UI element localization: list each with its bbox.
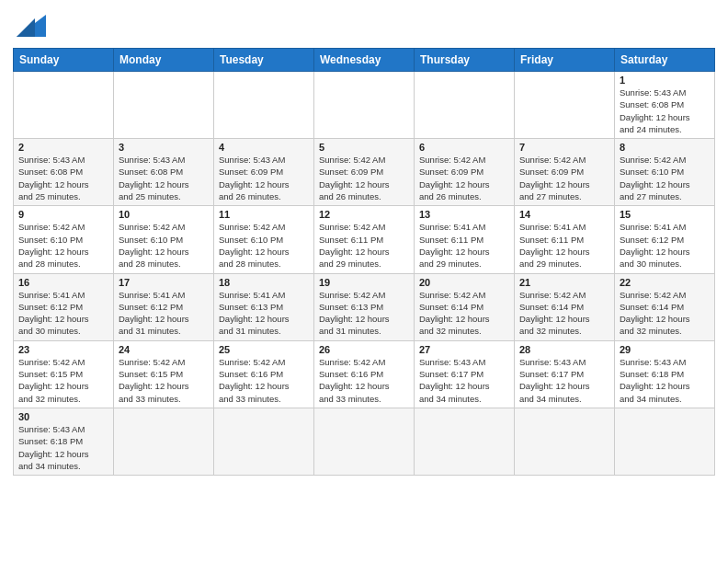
day-info: Sunrise: 5:43 AM Sunset: 6:09 PM Dayligh… <box>219 154 309 202</box>
calendar-cell: 2Sunrise: 5:43 AM Sunset: 6:08 PM Daylig… <box>14 139 114 206</box>
day-info: Sunrise: 5:41 AM Sunset: 6:13 PM Dayligh… <box>219 289 309 338</box>
day-info: Sunrise: 5:42 AM Sunset: 6:09 PM Dayligh… <box>419 154 509 202</box>
day-number: 26 <box>319 344 409 355</box>
calendar-cell: 24Sunrise: 5:42 AM Sunset: 6:15 PM Dayli… <box>114 340 214 408</box>
day-info: Sunrise: 5:41 AM Sunset: 6:11 PM Dayligh… <box>519 221 609 270</box>
calendar-cell: 20Sunrise: 5:42 AM Sunset: 6:14 PM Dayli… <box>415 273 515 340</box>
day-number: 14 <box>519 209 609 220</box>
calendar-cell: 10Sunrise: 5:42 AM Sunset: 6:10 PM Dayli… <box>114 206 214 273</box>
header <box>13 9 715 42</box>
day-number: 18 <box>219 277 309 288</box>
calendar-cell: 25Sunrise: 5:42 AM Sunset: 6:16 PM Dayli… <box>214 340 314 408</box>
day-number: 13 <box>419 209 509 220</box>
week-row-5: 30Sunrise: 5:43 AM Sunset: 6:18 PM Dayli… <box>14 408 715 475</box>
day-number: 3 <box>119 142 209 153</box>
day-number: 5 <box>319 142 409 153</box>
svg-marker-1 <box>17 18 35 37</box>
page: SundayMondayTuesdayWednesdayThursdayFrid… <box>0 0 728 563</box>
day-info: Sunrise: 5:41 AM Sunset: 6:12 PM Dayligh… <box>18 289 108 338</box>
day-number: 27 <box>419 344 509 355</box>
day-info: Sunrise: 5:43 AM Sunset: 6:17 PM Dayligh… <box>419 356 509 405</box>
day-number: 29 <box>620 344 710 355</box>
day-number: 24 <box>119 344 209 355</box>
calendar-cell: 5Sunrise: 5:42 AM Sunset: 6:09 PM Daylig… <box>314 139 415 206</box>
day-info: Sunrise: 5:42 AM Sunset: 6:14 PM Dayligh… <box>519 289 609 338</box>
weekday-header-tuesday: Tuesday <box>214 49 314 72</box>
weekday-header-friday: Friday <box>515 49 615 72</box>
weekday-header-saturday: Saturday <box>615 49 715 72</box>
weekday-header-row: SundayMondayTuesdayWednesdayThursdayFrid… <box>14 49 715 72</box>
calendar-cell <box>214 408 314 475</box>
day-info: Sunrise: 5:42 AM Sunset: 6:09 PM Dayligh… <box>519 154 609 202</box>
day-number: 1 <box>620 75 710 86</box>
calendar-cell <box>14 72 114 139</box>
calendar-cell <box>214 72 314 139</box>
calendar-cell: 26Sunrise: 5:42 AM Sunset: 6:16 PM Dayli… <box>314 340 415 408</box>
calendar-cell <box>615 408 715 475</box>
day-info: Sunrise: 5:42 AM Sunset: 6:15 PM Dayligh… <box>119 356 209 405</box>
calendar-cell: 27Sunrise: 5:43 AM Sunset: 6:17 PM Dayli… <box>415 340 515 408</box>
calendar-cell: 16Sunrise: 5:41 AM Sunset: 6:12 PM Dayli… <box>14 273 114 340</box>
day-number: 7 <box>519 142 609 153</box>
day-number: 30 <box>18 411 108 422</box>
day-number: 19 <box>319 277 409 288</box>
day-info: Sunrise: 5:42 AM Sunset: 6:15 PM Dayligh… <box>18 356 108 405</box>
day-number: 12 <box>319 209 409 220</box>
calendar-cell: 7Sunrise: 5:42 AM Sunset: 6:09 PM Daylig… <box>515 139 615 206</box>
week-row-1: 2Sunrise: 5:43 AM Sunset: 6:08 PM Daylig… <box>14 139 715 206</box>
day-number: 9 <box>18 209 108 220</box>
calendar-cell: 18Sunrise: 5:41 AM Sunset: 6:13 PM Dayli… <box>214 273 314 340</box>
calendar-cell: 8Sunrise: 5:42 AM Sunset: 6:10 PM Daylig… <box>615 139 715 206</box>
day-info: Sunrise: 5:42 AM Sunset: 6:16 PM Dayligh… <box>319 356 409 405</box>
week-row-0: 1Sunrise: 5:43 AM Sunset: 6:08 PM Daylig… <box>14 72 715 139</box>
day-info: Sunrise: 5:41 AM Sunset: 6:12 PM Dayligh… <box>620 221 710 270</box>
calendar-cell <box>515 72 615 139</box>
calendar-cell: 15Sunrise: 5:41 AM Sunset: 6:12 PM Dayli… <box>615 206 715 273</box>
calendar-cell <box>114 408 214 475</box>
day-info: Sunrise: 5:43 AM Sunset: 6:18 PM Dayligh… <box>620 356 710 405</box>
week-row-3: 16Sunrise: 5:41 AM Sunset: 6:12 PM Dayli… <box>14 273 715 340</box>
day-number: 21 <box>519 277 609 288</box>
day-info: Sunrise: 5:42 AM Sunset: 6:10 PM Dayligh… <box>219 221 309 270</box>
calendar-cell: 4Sunrise: 5:43 AM Sunset: 6:09 PM Daylig… <box>214 139 314 206</box>
day-number: 4 <box>219 142 309 153</box>
weekday-header-monday: Monday <box>114 49 214 72</box>
calendar-cell <box>314 72 415 139</box>
day-number: 16 <box>18 277 108 288</box>
day-info: Sunrise: 5:43 AM Sunset: 6:08 PM Dayligh… <box>119 154 209 202</box>
logo <box>13 13 46 42</box>
day-number: 25 <box>219 344 309 355</box>
calendar-cell: 22Sunrise: 5:42 AM Sunset: 6:14 PM Dayli… <box>615 273 715 340</box>
day-info: Sunrise: 5:42 AM Sunset: 6:14 PM Dayligh… <box>419 289 509 338</box>
calendar-cell: 6Sunrise: 5:42 AM Sunset: 6:09 PM Daylig… <box>415 139 515 206</box>
calendar-cell: 11Sunrise: 5:42 AM Sunset: 6:10 PM Dayli… <box>214 206 314 273</box>
day-number: 22 <box>620 277 710 288</box>
weekday-header-wednesday: Wednesday <box>314 49 415 72</box>
day-number: 10 <box>119 209 209 220</box>
weekday-header-sunday: Sunday <box>14 49 114 72</box>
day-info: Sunrise: 5:43 AM Sunset: 6:17 PM Dayligh… <box>519 356 609 405</box>
day-info: Sunrise: 5:43 AM Sunset: 6:08 PM Dayligh… <box>620 86 710 135</box>
day-info: Sunrise: 5:43 AM Sunset: 6:08 PM Dayligh… <box>18 154 108 202</box>
day-number: 28 <box>519 344 609 355</box>
calendar-cell: 28Sunrise: 5:43 AM Sunset: 6:17 PM Dayli… <box>515 340 615 408</box>
weekday-header-thursday: Thursday <box>415 49 515 72</box>
day-number: 8 <box>620 142 710 153</box>
day-info: Sunrise: 5:42 AM Sunset: 6:10 PM Dayligh… <box>18 221 108 270</box>
day-number: 17 <box>119 277 209 288</box>
calendar-cell: 1Sunrise: 5:43 AM Sunset: 6:08 PM Daylig… <box>615 72 715 139</box>
day-info: Sunrise: 5:42 AM Sunset: 6:10 PM Dayligh… <box>620 154 710 202</box>
day-number: 23 <box>18 344 108 355</box>
logo-icon <box>17 13 46 39</box>
day-number: 11 <box>219 209 309 220</box>
day-number: 15 <box>620 209 710 220</box>
calendar-cell: 29Sunrise: 5:43 AM Sunset: 6:18 PM Dayli… <box>615 340 715 408</box>
calendar-cell <box>415 72 515 139</box>
calendar-cell: 13Sunrise: 5:41 AM Sunset: 6:11 PM Dayli… <box>415 206 515 273</box>
calendar-cell: 9Sunrise: 5:42 AM Sunset: 6:10 PM Daylig… <box>14 206 114 273</box>
calendar-cell <box>114 72 214 139</box>
calendar-cell: 3Sunrise: 5:43 AM Sunset: 6:08 PM Daylig… <box>114 139 214 206</box>
day-info: Sunrise: 5:42 AM Sunset: 6:13 PM Dayligh… <box>319 289 409 338</box>
day-info: Sunrise: 5:42 AM Sunset: 6:10 PM Dayligh… <box>119 221 209 270</box>
calendar-cell <box>515 408 615 475</box>
